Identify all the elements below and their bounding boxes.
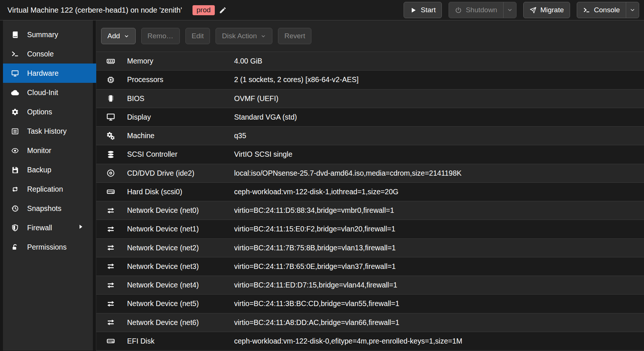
row-value: VirtIO SCSI single	[234, 150, 644, 159]
remove-button[interactable]: Remo…	[141, 28, 180, 44]
sidebar-item-label: Replication	[27, 185, 63, 194]
revert-button[interactable]: Revert	[278, 28, 311, 44]
migrate-button-label: Migrate	[540, 6, 564, 14]
disk-action-button-label: Disk Action	[222, 32, 257, 40]
sidebar-item-label: Summary	[27, 30, 58, 39]
hardware-toolbar: AddRemo…EditDisk ActionRevert	[96, 20, 644, 52]
hardware-row-bios[interactable]: BIOSOVMF (UEFI)	[96, 90, 644, 108]
hardware-row-memory[interactable]: Memory4.00 GiB	[96, 52, 644, 71]
row-label: Network Device (net2)	[127, 244, 234, 252]
hardware-row-net0[interactable]: Network Device (net0)virtio=BC:24:11:D5:…	[96, 201, 644, 220]
icon-cell	[104, 94, 117, 103]
start-button-group: Start	[404, 2, 442, 18]
sidebar-item-snapshots[interactable]: Snapshots	[3, 199, 93, 218]
cloud-icon	[11, 89, 22, 97]
hardware-row-scsi-controller[interactable]: SCSI ControllerVirtIO SCSI single	[96, 145, 644, 164]
row-label: SCSI Controller	[127, 150, 234, 159]
database-icon	[106, 150, 115, 159]
chevron-down-icon	[630, 7, 635, 13]
add-button[interactable]: Add	[101, 28, 136, 44]
book-icon	[11, 31, 22, 39]
hardware-row-cd-dvd-ide2[interactable]: CD/DVD Drive (ide2)local:iso/OPNsense-25…	[96, 164, 644, 183]
icon-cell	[104, 243, 117, 252]
console-menu-button[interactable]	[626, 2, 639, 18]
hardware-row-machine[interactable]: Machineq35	[96, 127, 644, 145]
row-value: ceph-workload:vm-122-disk-1,iothread=1,s…	[234, 188, 644, 196]
row-value: 4.00 GiB	[234, 57, 644, 65]
row-value: 2 (1 sockets, 2 cores) [x86-64-v2-AES]	[234, 75, 644, 84]
migrate-button[interactable]: Migrate	[524, 2, 570, 18]
hardware-row-net2[interactable]: Network Device (net2)virtio=BC:24:11:7B:…	[96, 239, 644, 257]
icon-cell	[104, 299, 117, 308]
history-icon	[11, 205, 22, 212]
shutdown-button[interactable]: Shutdown	[449, 2, 503, 18]
edit-button[interactable]: Edit	[185, 28, 210, 44]
hardware-row-processors[interactable]: Processors2 (1 sockets, 2 cores) [x86-64…	[96, 71, 644, 89]
row-value: virtio=BC:24:11:ED:D7:15,bridge=vlan44,f…	[234, 281, 644, 289]
row-value: virtio=BC:24:11:15:E0:F2,bridge=vlan20,f…	[234, 225, 644, 233]
sidebar-item-label: Backup	[27, 166, 51, 174]
hdd-icon	[106, 187, 115, 196]
sidebar-item-label: Options	[27, 108, 52, 116]
icon-cell	[104, 187, 117, 196]
row-label: Hard Disk (scsi0)	[127, 188, 234, 196]
page-title: Virtual Machine 122 (cerbere-head1) on n…	[7, 6, 182, 14]
sidebar-item-cloud-init[interactable]: Cloud-Init	[3, 83, 93, 102]
disk-action-button[interactable]: Disk Action	[216, 28, 272, 44]
row-label: Display	[127, 113, 234, 121]
sidebar-item-label: Task History	[27, 127, 67, 136]
sidebar-item-summary[interactable]: Summary	[3, 25, 93, 44]
sidebar-item-task-history[interactable]: Task History	[3, 121, 93, 141]
sidebar-item-options[interactable]: Options	[3, 102, 93, 121]
sidebar-item-label: Cloud-Init	[27, 88, 58, 97]
sidebar-item-monitor[interactable]: Monitor	[3, 141, 93, 160]
hardware-row-net3[interactable]: Network Device (net3)virtio=BC:24:11:7B:…	[96, 257, 644, 276]
sidebar-item-backup[interactable]: Backup	[3, 160, 93, 179]
sidebar-item-replication[interactable]: Replication	[3, 179, 93, 199]
hardware-row-net5[interactable]: Network Device (net5)virtio=BC:24:11:3B:…	[96, 295, 644, 313]
row-label: Network Device (net4)	[127, 281, 234, 289]
sidebar-item-label: Snapshots	[27, 204, 61, 213]
hardware-row-display[interactable]: DisplayStandard VGA (std)	[96, 108, 644, 127]
start-button[interactable]: Start	[404, 2, 441, 18]
migrate-button-group: Migrate	[523, 2, 570, 18]
sidebar-item-hardware[interactable]: Hardware	[3, 64, 96, 83]
power-icon	[455, 7, 462, 14]
topbar-actions: StartShutdownMigrateConsole	[404, 2, 639, 18]
exchange-icon	[106, 225, 115, 234]
paper-plane-icon	[530, 7, 537, 14]
row-value: virtio=BC:24:11:D5:88:34,bridge=vmbr0,fi…	[234, 206, 644, 215]
sidebar-item-firewall[interactable]: Firewall	[3, 218, 93, 237]
row-value: virtio=BC:24:11:3B:BC:CD,bridge=vlan55,f…	[234, 299, 644, 308]
row-value: q35	[234, 131, 644, 140]
memory-icon	[106, 57, 115, 66]
terminal-icon	[11, 50, 22, 58]
pencil-icon[interactable]	[219, 6, 227, 14]
sidebar-item-permissions[interactable]: Permissions	[3, 237, 93, 257]
row-label: Machine	[127, 131, 234, 140]
icon-cell	[104, 262, 117, 271]
hdd-icon	[106, 337, 115, 345]
row-value: virtio=BC:24:11:7B:75:8B,bridge=vlan13,f…	[234, 244, 644, 252]
main-layout: SummaryConsoleHardwareCloud-InitOptionsT…	[0, 20, 644, 351]
hardware-row-efi-disk[interactable]: EFI Diskceph-workload:vm-122-disk-0,efit…	[96, 332, 644, 351]
sidebar: SummaryConsoleHardwareCloud-InitOptionsT…	[3, 20, 93, 351]
hardware-row-hard-disk-scsi0[interactable]: Hard Disk (scsi0)ceph-workload:vm-122-di…	[96, 183, 644, 201]
hardware-row-net4[interactable]: Network Device (net4)virtio=BC:24:11:ED:…	[96, 276, 644, 295]
desktop-icon	[11, 69, 22, 77]
icon-cell	[104, 225, 117, 234]
hardware-row-net6[interactable]: Network Device (net6)virtio=BC:24:11:A8:…	[96, 313, 644, 332]
vm-tag[interactable]: prod	[192, 5, 215, 15]
cogs-icon	[106, 131, 115, 140]
chevron-down-icon	[260, 33, 266, 39]
sidebar-item-console[interactable]: Console	[3, 44, 93, 64]
sidebar-item-label: Monitor	[27, 146, 51, 155]
hardware-row-net1[interactable]: Network Device (net1)virtio=BC:24:11:15:…	[96, 220, 644, 238]
icon-cell	[104, 169, 117, 178]
eye-icon	[11, 147, 22, 155]
terminal-icon	[583, 7, 590, 14]
shutdown-menu-button[interactable]	[503, 2, 516, 18]
console-button[interactable]: Console	[577, 2, 626, 18]
row-label: Network Device (net1)	[127, 225, 234, 233]
floppy-icon	[11, 166, 22, 174]
